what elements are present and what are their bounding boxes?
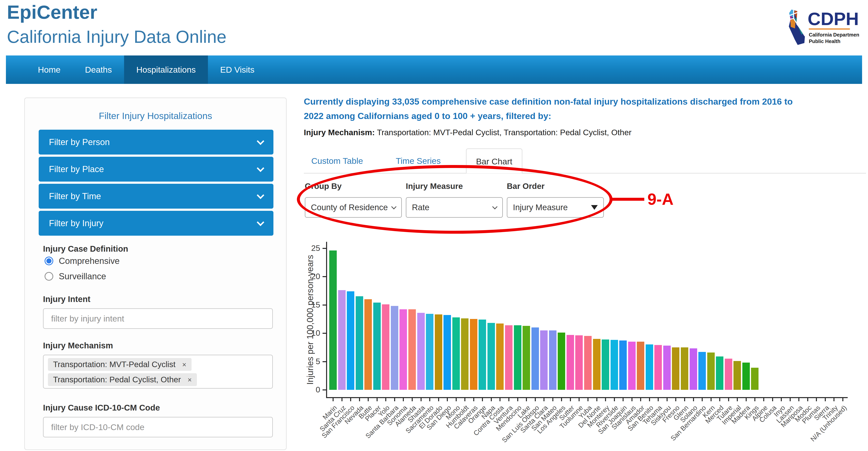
- y-tick-label: 15: [297, 300, 320, 309]
- bar-lake: [523, 326, 530, 390]
- bar-santa-cruz: [338, 290, 346, 390]
- active-filter-label: Injury Mechanism:: [304, 128, 375, 137]
- x-tick: [719, 398, 720, 401]
- bar-tuolumne: [575, 335, 583, 390]
- tab-custom-table[interactable]: Custom Table: [304, 148, 370, 173]
- bar-nevada: [356, 296, 363, 390]
- bar-tehama: [654, 345, 662, 390]
- radio-option-comprehensive[interactable]: Comprehensive: [44, 256, 261, 266]
- x-tick: [377, 398, 378, 401]
- bar-glenn: [681, 348, 688, 390]
- radio-unselected-icon[interactable]: [44, 272, 53, 281]
- bar-yuba: [584, 336, 592, 390]
- radio-selected-icon[interactable]: [44, 257, 53, 265]
- bar-san-diego: [443, 315, 451, 390]
- chevron-down-icon: [257, 191, 264, 199]
- bar-placer: [373, 303, 381, 390]
- active-filter-value: Transportation: MVT-Pedal Cyclist, Trans…: [377, 128, 631, 137]
- mechanism-tag: Transportation: Pedal Cyclist, Other×: [48, 373, 197, 386]
- x-tick: [631, 398, 632, 401]
- bar-kings: [751, 368, 758, 390]
- case-definition-label: Injury Case Definition: [43, 244, 128, 253]
- mechanism-tag: Transportation: MVT-Pedal Cyclist×: [48, 358, 191, 371]
- bar-santa-barbara: [391, 306, 398, 390]
- remove-tag-icon[interactable]: ×: [188, 376, 192, 384]
- x-tick: [675, 398, 676, 401]
- x-tick: [807, 398, 808, 401]
- bar-san-joaquin: [619, 340, 627, 390]
- cdph-acronym: CDPH: [808, 9, 859, 29]
- injury-intent-input[interactable]: [43, 308, 273, 329]
- accordion-label: Filter by Person: [49, 137, 110, 147]
- accordion-filter-by-injury[interactable]: Filter by Injury: [39, 211, 273, 236]
- x-tick: [763, 398, 764, 401]
- x-tick: [702, 398, 703, 401]
- nav-item-deaths[interactable]: Deaths: [73, 56, 124, 84]
- x-tick: [825, 398, 826, 401]
- bar-solano: [690, 349, 697, 390]
- nav-item-home[interactable]: Home: [26, 56, 73, 84]
- x-tick: [623, 398, 624, 401]
- x-tick: [456, 398, 457, 401]
- chevron-down-icon: [257, 164, 264, 172]
- logo-org-line2: Public Health: [809, 38, 840, 44]
- x-tick: [464, 398, 465, 401]
- x-tick: [834, 398, 834, 401]
- bar-del-norte: [593, 339, 600, 390]
- bar-yolo: [382, 304, 390, 390]
- accordion-filter-by-time[interactable]: Filter by Time: [39, 184, 273, 209]
- bar-calaveras: [470, 319, 477, 390]
- x-tick: [781, 398, 782, 401]
- bar-amador: [637, 342, 644, 390]
- remove-tag-icon[interactable]: ×: [182, 361, 186, 369]
- x-tick: [394, 398, 395, 401]
- radio-option-label: Comprehensive: [59, 256, 120, 266]
- y-tick: [322, 361, 326, 362]
- bar-chart: Injuries per 100,000 person-years 051015…: [304, 233, 868, 451]
- bar-ventura: [505, 325, 513, 390]
- epicenter-page: EpiCenter California Injury Data Online …: [0, 0, 868, 451]
- x-tick: [385, 398, 386, 401]
- injury-intent-label: Injury Intent: [43, 295, 90, 304]
- bar-butte: [364, 299, 372, 390]
- bar-el-dorado: [435, 314, 442, 390]
- x-tick: [517, 398, 518, 401]
- bar-monterey: [602, 339, 609, 390]
- accordion-filter-by-place[interactable]: Filter by Place: [39, 157, 273, 182]
- x-tick: [746, 398, 747, 401]
- nav-item-ed-visits[interactable]: ED Visits: [208, 56, 267, 84]
- x-tick: [640, 398, 641, 401]
- x-tick: [447, 398, 448, 401]
- filter-panel: Filter Injury Hospitalizations Filter by…: [24, 97, 287, 450]
- x-tick: [421, 398, 422, 401]
- mechanism-tag-label: Transportation: MVT-Pedal Cyclist: [53, 360, 176, 369]
- bar-alameda: [408, 309, 416, 390]
- x-tick: [693, 398, 694, 401]
- logo-rule: [809, 28, 850, 30]
- radio-option-surveillance[interactable]: Surveillance: [44, 271, 261, 281]
- bar-imperial: [734, 361, 741, 390]
- x-tick: [728, 398, 729, 401]
- y-tick-label: 25: [297, 244, 320, 253]
- accordion-label: Filter by Time: [49, 191, 101, 201]
- summary-line-1: Currently displaying 33,035 comprehensiv…: [304, 94, 793, 109]
- injury-mechanism-box[interactable]: Transportation: MVT-Pedal Cyclist×Transp…: [43, 355, 273, 389]
- mechanism-tag-label: Transportation: Pedal Cyclist, Other: [53, 375, 181, 384]
- y-axis-line: [326, 242, 327, 398]
- x-tick: [587, 398, 588, 401]
- icd-code-label: Injury Cause ICD-10-CM Code: [43, 403, 160, 413]
- filter-panel-title: Filter Injury Hospitalizations: [25, 110, 286, 121]
- x-tick: [508, 398, 509, 401]
- icd-code-input[interactable]: [43, 417, 273, 438]
- x-tick: [561, 398, 562, 401]
- nav-item-hospitalizations[interactable]: Hospitalizations: [124, 56, 208, 84]
- filter-accordions: Filter by PersonFilter by PlaceFilter by…: [39, 130, 273, 238]
- injury-mechanism-label: Injury Mechanism: [43, 341, 113, 350]
- x-tick: [666, 398, 668, 401]
- x-tick: [350, 398, 351, 401]
- bar-stanislaus: [628, 342, 636, 390]
- summary-line-2: 2022 among Californians aged 0 to 100 + …: [304, 109, 793, 123]
- accordion-filter-by-person[interactable]: Filter by Person: [39, 130, 273, 154]
- case-definition-radios: ComprehensiveSurveillance: [44, 256, 261, 287]
- bar-sutter: [566, 335, 574, 390]
